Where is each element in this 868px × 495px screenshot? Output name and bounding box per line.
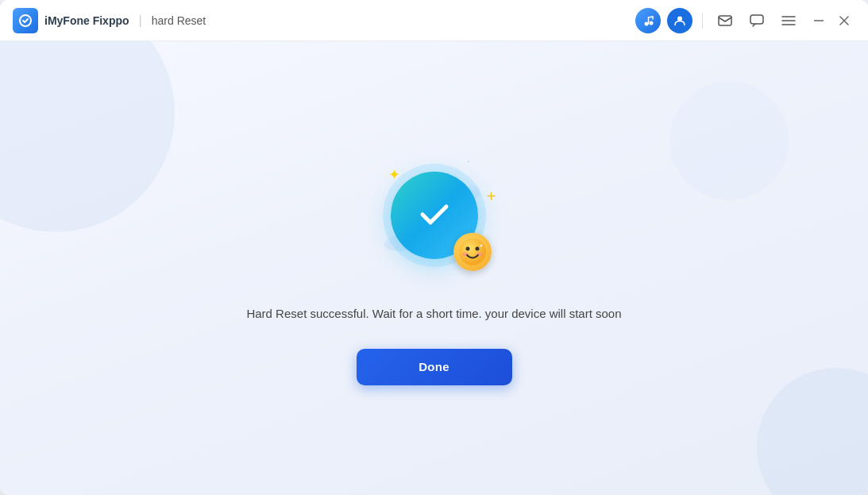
svg-point-17 — [480, 244, 482, 246]
user-icon-button[interactable] — [667, 8, 692, 33]
success-area: ✦ · + — [246, 152, 621, 385]
svg-rect-4 — [719, 16, 731, 25]
sparkle-plus-icon: + — [487, 188, 496, 206]
sparkle-icon-2: · — [467, 156, 469, 167]
app-name: iMyFone Fixppo — [44, 14, 129, 27]
done-button[interactable]: Done — [357, 349, 512, 385]
page-label: hard Reset — [152, 14, 206, 27]
titlebar-right — [635, 8, 855, 33]
minimize-button[interactable] — [808, 10, 830, 32]
bg-decoration-1 — [0, 41, 175, 232]
menu-icon-button[interactable] — [776, 8, 801, 33]
svg-point-12 — [459, 238, 486, 265]
main-content: ✦ · + — [0, 41, 868, 495]
window-controls — [808, 10, 855, 32]
success-icon-wrapper: ✦ · + — [371, 152, 498, 279]
bg-decoration-3 — [669, 81, 789, 200]
success-emoji — [453, 233, 492, 271]
success-message: Hard Reset successful. Wait for a short … — [246, 304, 621, 323]
separator: | — [139, 14, 142, 28]
chat-icon-button[interactable] — [744, 8, 770, 33]
svg-point-2 — [650, 21, 654, 25]
close-button[interactable] — [833, 10, 855, 32]
checkmark-svg — [412, 193, 456, 237]
titlebar: iMyFone Fixppo | hard Reset — [0, 0, 868, 41]
app-logo — [13, 8, 38, 33]
music-icon-button[interactable] — [635, 8, 661, 33]
svg-point-14 — [475, 246, 479, 250]
app-window: iMyFone Fixppo | hard Reset — [0, 0, 868, 495]
titlebar-left: iMyFone Fixppo | hard Reset — [13, 8, 635, 33]
svg-rect-5 — [750, 15, 763, 24]
bg-decoration-2 — [757, 368, 868, 495]
svg-point-3 — [677, 16, 682, 21]
titlebar-divider — [702, 13, 703, 29]
svg-point-13 — [465, 246, 469, 250]
mail-icon-button[interactable] — [712, 8, 738, 33]
